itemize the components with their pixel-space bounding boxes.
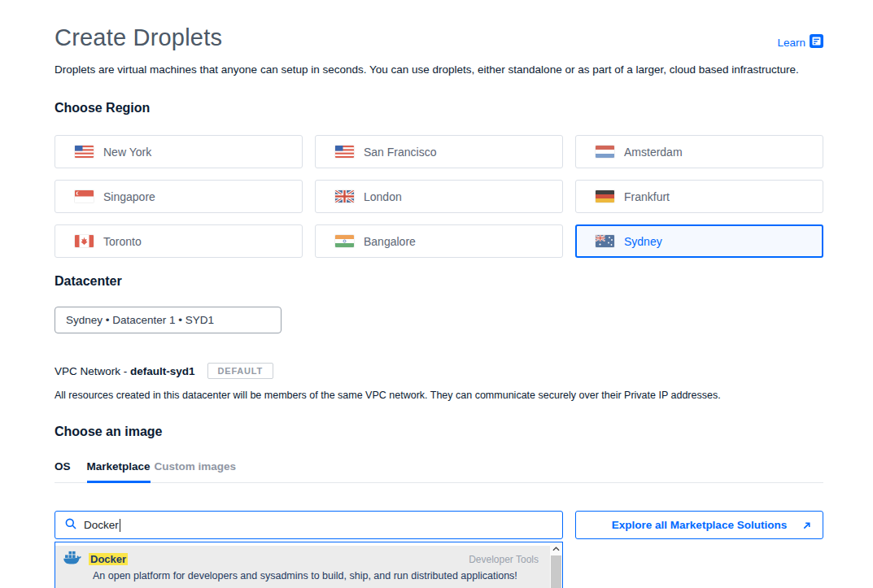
external-link-icon bbox=[802, 520, 811, 533]
flag-us-icon bbox=[75, 146, 94, 158]
flag-au-icon bbox=[596, 235, 614, 247]
text-cursor bbox=[120, 519, 120, 532]
chevron-up-icon[interactable] bbox=[550, 542, 562, 555]
result-description: An open platform for developers and sysa… bbox=[93, 570, 542, 581]
region-label: Sydney bbox=[624, 235, 662, 248]
region-card-san-francisco[interactable]: San Francisco bbox=[315, 135, 563, 168]
region-card-frankfurt[interactable]: Frankfurt bbox=[575, 180, 823, 213]
datacenter-heading: Datacenter bbox=[55, 274, 823, 289]
scrollbar-thumb[interactable] bbox=[551, 555, 561, 588]
region-card-singapore[interactable]: Singapore bbox=[55, 180, 303, 213]
vpc-network-name: default-syd1 bbox=[130, 365, 195, 377]
region-label: London bbox=[364, 190, 402, 203]
region-card-bangalore[interactable]: Bangalore bbox=[315, 224, 563, 258]
region-label: New York bbox=[103, 146, 151, 159]
choose-region-heading: Choose Region bbox=[55, 101, 823, 115]
default-badge: DEFAULT bbox=[207, 363, 274, 379]
learn-link[interactable]: Learn bbox=[777, 34, 823, 50]
create-droplets-page: Create Droplets Learn Droplets are virtu… bbox=[55, 0, 823, 588]
image-tabs: OS Marketplace Custom images bbox=[55, 460, 823, 483]
learn-link-label: Learn bbox=[777, 37, 805, 49]
vpc-description: All resources created in this datacenter… bbox=[55, 390, 823, 401]
result-item-header: Docker Developer Tools bbox=[63, 551, 542, 568]
datacenter-select[interactable]: Sydney • Datacenter 1 • SYD1 bbox=[55, 307, 282, 333]
vpc-network-label: VPC Network - default-syd1 bbox=[55, 365, 195, 377]
flag-gb-icon bbox=[335, 190, 354, 203]
datacenter-selected-value: Sydney • Datacenter 1 • SYD1 bbox=[66, 314, 214, 326]
region-card-sydney[interactable]: Sydney bbox=[575, 224, 823, 258]
result-name-highlighted: Docker bbox=[89, 553, 128, 565]
tab-custom-images[interactable]: Custom images bbox=[155, 460, 237, 473]
page-title: Create Droplets bbox=[55, 24, 222, 51]
region-label: Amsterdam bbox=[624, 146, 683, 159]
result-item-docker[interactable]: Docker Developer Tools An open platform … bbox=[55, 546, 550, 588]
region-label: Frankfurt bbox=[624, 190, 670, 203]
region-card-london[interactable]: London bbox=[315, 180, 563, 213]
result-category: Developer Tools bbox=[469, 554, 542, 565]
flag-us-icon bbox=[335, 146, 354, 158]
flag-in-icon bbox=[335, 235, 354, 247]
region-label: Bangalore bbox=[364, 235, 416, 248]
vpc-network-row: VPC Network - default-syd1 DEFAULT bbox=[55, 363, 823, 379]
tab-marketplace[interactable]: Marketplace bbox=[87, 460, 151, 473]
region-card-new-york[interactable]: New York bbox=[55, 135, 303, 168]
search-results-dropdown: Docker Developer Tools An open platform … bbox=[55, 542, 563, 588]
page-header: Create Droplets Learn bbox=[55, 0, 823, 51]
region-grid: New York San Francisco Amsterdam Singapo… bbox=[55, 135, 823, 258]
flag-ca-icon bbox=[75, 235, 94, 247]
region-label: San Francisco bbox=[364, 146, 436, 159]
dropdown-scrollbar[interactable] bbox=[550, 542, 562, 588]
region-card-amsterdam[interactable]: Amsterdam bbox=[575, 135, 823, 168]
explore-marketplace-label: Explore all Marketplace Solutions bbox=[612, 519, 787, 531]
region-card-toronto[interactable]: Toronto bbox=[55, 224, 303, 258]
flag-nl-icon bbox=[596, 146, 614, 158]
page-subtitle: Droplets are virtual machines that anyon… bbox=[55, 63, 823, 76]
search-icon bbox=[65, 518, 76, 533]
search-input[interactable]: Docker bbox=[55, 511, 563, 539]
explore-marketplace-button[interactable]: Explore all Marketplace Solutions bbox=[575, 511, 823, 539]
search-input-value: Docker bbox=[84, 519, 119, 531]
region-label: Singapore bbox=[103, 190, 155, 203]
region-label: Toronto bbox=[103, 235, 142, 248]
choose-image-heading: Choose an image bbox=[55, 425, 823, 439]
flag-sg-icon bbox=[75, 190, 94, 203]
learn-doc-icon bbox=[810, 34, 823, 50]
flag-de-icon bbox=[596, 190, 614, 203]
tab-os[interactable]: OS bbox=[55, 460, 71, 473]
image-search-row: Docker Explore all Marketplace Solutions bbox=[55, 511, 823, 539]
docker-whale-icon bbox=[63, 551, 81, 568]
